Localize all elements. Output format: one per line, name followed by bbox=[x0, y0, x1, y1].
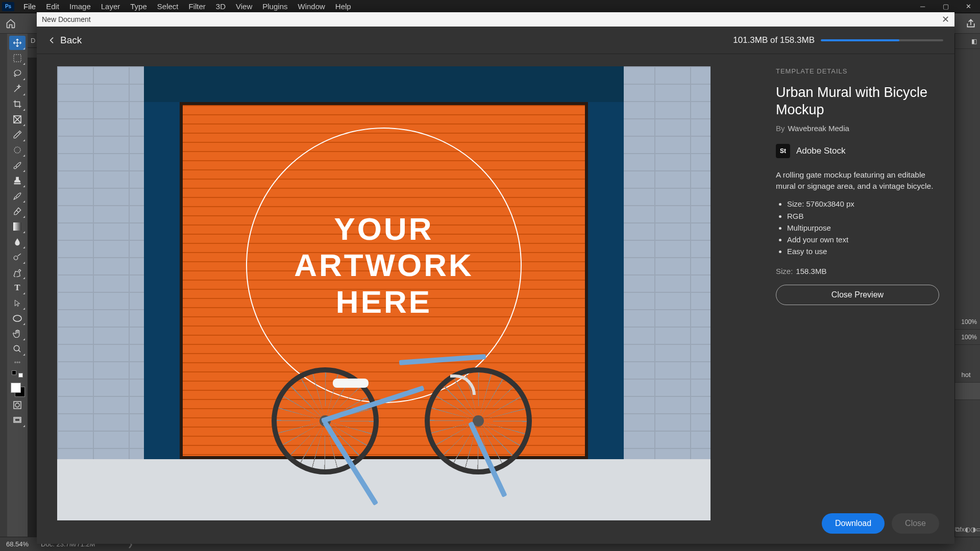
collapse-strip bbox=[0, 34, 7, 537]
quickmask-icon[interactable] bbox=[9, 398, 26, 412]
bullet-item: Multipurpose bbox=[787, 222, 939, 234]
svg-rect-3 bbox=[13, 222, 21, 231]
svg-point-4 bbox=[14, 256, 18, 260]
menu-plugins[interactable]: Plugins bbox=[257, 0, 292, 13]
menu-file[interactable]: File bbox=[18, 0, 41, 13]
frame-tool[interactable] bbox=[9, 112, 26, 127]
brush-tool[interactable] bbox=[9, 158, 26, 172]
gradient-tool[interactable] bbox=[9, 219, 26, 234]
move-tool[interactable] bbox=[9, 36, 26, 50]
type-tool[interactable]: T bbox=[9, 281, 26, 295]
template-description: A rolling gate mockup featuring an edita… bbox=[776, 169, 939, 192]
share-icon[interactable] bbox=[966, 18, 976, 29]
dialog-topbar: Back 101.3MB of 158.3MB bbox=[37, 27, 954, 54]
menu-view[interactable]: View bbox=[231, 0, 257, 13]
app-titlebar: Ps File Edit Image Layer Type Select Fil… bbox=[0, 0, 980, 13]
back-label: Back bbox=[60, 35, 82, 46]
menu-image[interactable]: Image bbox=[64, 0, 96, 13]
fill-readout[interactable]: 100% bbox=[955, 330, 980, 345]
default-colors-icon[interactable] bbox=[12, 370, 23, 378]
close-preview-button[interactable]: Close Preview bbox=[776, 285, 939, 305]
shape-tool[interactable] bbox=[9, 311, 26, 325]
template-bullets: Size: 5760x3840 px RGB Multipurpose Add … bbox=[776, 198, 939, 257]
marquee-tool[interactable] bbox=[9, 51, 26, 65]
artwork-line2: ARTWORK bbox=[294, 248, 474, 282]
details-label: TEMPLATE DETAILS bbox=[776, 67, 939, 75]
path-select-tool[interactable] bbox=[9, 296, 26, 310]
chevron-left-icon bbox=[48, 34, 56, 46]
window-minimize-icon[interactable]: ─ bbox=[911, 0, 934, 13]
artwork-line1: YOUR bbox=[334, 212, 433, 245]
fx-icon[interactable]: fx bbox=[960, 525, 965, 534]
progress-fill bbox=[821, 39, 899, 41]
menu-3d[interactable]: 3D bbox=[211, 0, 231, 13]
dodge-tool[interactable] bbox=[9, 250, 26, 264]
home-icon[interactable] bbox=[4, 17, 17, 30]
bullet-item: Add your own text bbox=[787, 234, 939, 245]
menu-filter[interactable]: Filter bbox=[184, 0, 211, 13]
template-author: ByWavebreak Media bbox=[776, 124, 939, 133]
menu-help[interactable]: Help bbox=[330, 0, 356, 13]
blur-tool[interactable] bbox=[9, 235, 26, 249]
adjust-icon[interactable]: ◑ bbox=[970, 525, 976, 534]
menu-layer[interactable]: Layer bbox=[96, 0, 126, 13]
menu-select[interactable]: Select bbox=[152, 0, 184, 13]
stamp-tool[interactable] bbox=[9, 173, 26, 188]
bicycle-graphic bbox=[272, 321, 537, 474]
color-swatches[interactable] bbox=[10, 382, 25, 397]
hand-tool[interactable] bbox=[9, 327, 26, 341]
close-icon[interactable]: ✕ bbox=[942, 14, 949, 25]
artwork-line3: HERE bbox=[336, 285, 432, 318]
template-title: Urban Mural with Bicycle Mockup bbox=[776, 84, 939, 119]
svg-rect-0 bbox=[14, 55, 21, 62]
menu-window[interactable]: Window bbox=[292, 0, 330, 13]
dialog-title: New Document bbox=[42, 15, 91, 23]
svg-point-6 bbox=[14, 345, 19, 351]
heal-tool[interactable] bbox=[9, 143, 26, 157]
right-panel-collapsed: ◧ 100% 100% hot ⧉ fx ◐ ◑ ▭ ⊞ 🗑 bbox=[954, 34, 980, 537]
mask-icon[interactable]: ◐ bbox=[965, 525, 970, 534]
folder-icon[interactable]: ▭ bbox=[976, 525, 980, 534]
stock-name: Adobe Stock bbox=[796, 146, 845, 156]
history-brush-tool[interactable] bbox=[9, 189, 26, 203]
back-button[interactable]: Back bbox=[48, 34, 82, 46]
svg-point-2 bbox=[14, 147, 20, 153]
template-preview-image: YOUR ARTWORK HERE bbox=[57, 66, 710, 520]
menubar: File Edit Image Layer Type Select Filter… bbox=[18, 0, 356, 13]
crop-tool[interactable] bbox=[9, 97, 26, 111]
pen-tool[interactable] bbox=[9, 265, 26, 280]
window-maximize-icon[interactable]: ▢ bbox=[934, 0, 957, 13]
eraser-tool[interactable] bbox=[9, 204, 26, 218]
svg-rect-10 bbox=[15, 418, 20, 421]
bullet-item: RGB bbox=[787, 210, 939, 222]
download-button[interactable]: Download bbox=[822, 513, 885, 534]
dialog-titlebar: New Document ✕ bbox=[37, 12, 954, 27]
download-progress-text: 101.3MB of 158.3MB bbox=[733, 35, 815, 45]
zoom-tool[interactable] bbox=[9, 342, 26, 356]
panel-icon[interactable]: ◧ bbox=[955, 34, 980, 49]
menu-type[interactable]: Type bbox=[125, 0, 152, 13]
screenmode-icon[interactable] bbox=[9, 413, 26, 428]
download-progress-bar bbox=[821, 39, 943, 41]
template-details-pane: TEMPLATE DETAILS Urban Mural with Bicycl… bbox=[761, 54, 954, 544]
panel-thumb[interactable] bbox=[955, 383, 980, 400]
stock-source[interactable]: St Adobe Stock bbox=[776, 144, 939, 158]
template-size: Size:158.3MB bbox=[776, 267, 939, 276]
zoom-readout[interactable]: 68.54% bbox=[6, 540, 29, 548]
wand-tool[interactable] bbox=[9, 82, 26, 96]
app-logo: Ps bbox=[2, 2, 14, 11]
menu-edit[interactable]: Edit bbox=[41, 0, 64, 13]
panel-text: hot bbox=[955, 367, 980, 383]
bullet-item: Size: 5760x3840 px bbox=[787, 198, 939, 210]
window-close-icon[interactable]: ✕ bbox=[957, 0, 980, 13]
opacity-readout[interactable]: 100% bbox=[955, 314, 980, 330]
svg-point-8 bbox=[15, 403, 19, 407]
lasso-tool[interactable] bbox=[9, 66, 26, 81]
eyedropper-tool[interactable] bbox=[9, 128, 26, 142]
link-icon[interactable]: ⧉ bbox=[955, 525, 960, 534]
template-preview-pane: YOUR ARTWORK HERE bbox=[37, 54, 761, 544]
close-button[interactable]: Close bbox=[892, 513, 939, 534]
toolbar: T ••• bbox=[7, 34, 28, 537]
svg-point-5 bbox=[13, 315, 21, 321]
stock-badge-icon: St bbox=[776, 144, 790, 158]
